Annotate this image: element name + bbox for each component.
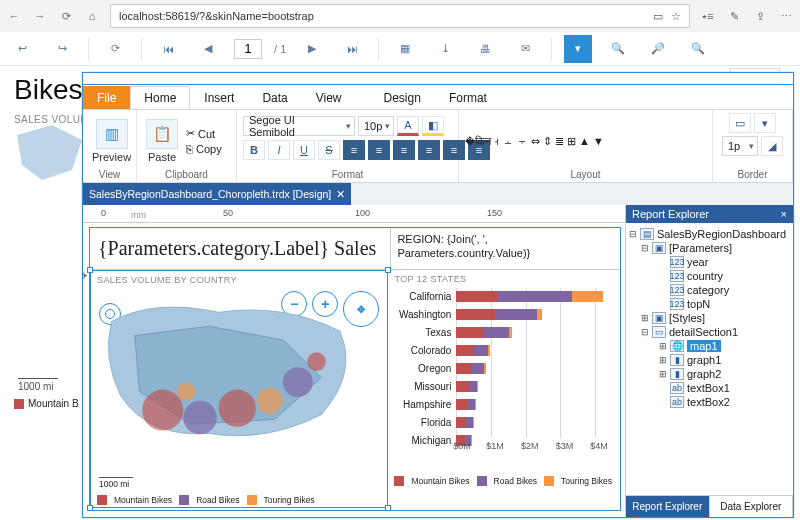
zoom-out-icon[interactable]: 🔎: [644, 35, 672, 63]
paste-icon: 📋: [146, 119, 178, 149]
strike-button[interactable]: S: [318, 140, 340, 160]
last-page-icon[interactable]: ⏭: [338, 35, 366, 63]
font-color-button[interactable]: A: [397, 116, 419, 136]
align-right-button[interactable]: ≡: [393, 140, 415, 160]
favorites-list-icon[interactable]: ⭑≡: [700, 8, 716, 24]
graph1-item[interactable]: TOP 12 STATES CaliforniaWashingtonTexasC…: [388, 270, 620, 508]
report-body[interactable]: {Parameters.category.Label} Sales REGION…: [89, 227, 621, 511]
underline-button[interactable]: U: [293, 140, 315, 160]
report-viewer-toolbar: ↩ ↪ ⟳ ⏮ ◀ / 1 ▶ ⏭ ▦ ⤓ 🖶 ✉ ▾ 🔍 🔎 🔍: [0, 32, 800, 66]
mail-icon[interactable]: ✉: [511, 35, 539, 63]
back-icon[interactable]: ←: [6, 8, 22, 24]
border-style-button[interactable]: ▭: [729, 113, 751, 133]
tab-format[interactable]: Format: [435, 86, 501, 109]
italic-button[interactable]: I: [268, 140, 290, 160]
copy-button[interactable]: ⎘Copy: [186, 143, 222, 155]
align-top-button[interactable]: ≡: [418, 140, 440, 160]
print-icon[interactable]: 🖶: [471, 35, 499, 63]
param-icon: 123: [670, 284, 684, 296]
fill-color-button[interactable]: ◧: [422, 116, 444, 136]
favorite-icon[interactable]: ☆: [671, 10, 681, 23]
horizontal-ruler: 0 mm 50 100 150: [83, 205, 625, 223]
bar-row: Hampshire: [394, 396, 614, 413]
more-icon[interactable]: ⋯: [778, 8, 794, 24]
map-legend: Mountain Bikes Road Bikes Touring Bikes: [97, 495, 315, 505]
document-tab[interactable]: SalesByRegionDashboard_Choropleth.trdx […: [83, 183, 351, 205]
bold-button[interactable]: B: [243, 140, 265, 160]
preview-button[interactable]: ▥Preview: [89, 117, 134, 165]
history-fwd-icon[interactable]: ↪: [48, 35, 76, 63]
bring-front-icon[interactable]: ▲: [579, 135, 590, 147]
border-width-select[interactable]: 1p: [722, 136, 758, 156]
viewer-refresh-icon[interactable]: ⟳: [101, 35, 129, 63]
close-doc-icon[interactable]: ✕: [336, 188, 345, 200]
bar-row: Washington: [394, 306, 614, 323]
region-textbox[interactable]: REGION: {Join(', ', Parameters.country.V…: [391, 228, 620, 269]
export-icon[interactable]: ⤓: [431, 35, 459, 63]
bar-row: Texas: [394, 324, 614, 341]
page-number-input[interactable]: [234, 39, 262, 59]
align-left-button[interactable]: ≡: [343, 140, 365, 160]
folder-icon: ▣: [652, 242, 666, 254]
next-page-icon[interactable]: ▶: [298, 35, 326, 63]
tab-data[interactable]: Data: [248, 86, 301, 109]
explorer-tree[interactable]: ⊟▤SalesByRegionDashboard ⊟▣[Parameters] …: [626, 223, 793, 495]
first-page-icon[interactable]: ⏮: [154, 35, 182, 63]
svg-point-6: [177, 382, 196, 401]
param-icon: 123: [670, 256, 684, 268]
address-bar[interactable]: localhost:58619/?&skinName=bootstrap ▭ ☆: [110, 4, 690, 28]
ribbon: ▥PreviewView 📋Paste ✂Cut ⎘Copy Clipboard…: [83, 109, 793, 183]
search-icon[interactable]: 🔍: [684, 35, 712, 63]
param-icon: 123: [670, 298, 684, 310]
close-panel-icon[interactable]: ×: [781, 208, 787, 220]
zoom-in-icon[interactable]: 🔍: [604, 35, 632, 63]
bar-row: Florida: [394, 414, 614, 431]
send-back-icon[interactable]: ▼: [593, 135, 604, 147]
report-icon: ▤: [640, 228, 654, 240]
layout-align-left-icon[interactable]: �किन: [465, 135, 491, 148]
svg-point-5: [307, 352, 326, 371]
prev-page-icon[interactable]: ◀: [194, 35, 222, 63]
report-designer-window: File Home Insert Data View Design Format…: [82, 72, 794, 518]
tab-view[interactable]: View: [302, 86, 356, 109]
cut-icon: ✂: [186, 127, 195, 140]
tab-report-explorer[interactable]: Report Explorer: [626, 496, 710, 517]
tab-design[interactable]: Design: [370, 86, 435, 109]
toggle-parameters-icon[interactable]: ▾: [564, 35, 592, 63]
bar-row: Missouri: [394, 378, 614, 395]
cut-button[interactable]: ✂Cut: [186, 127, 222, 140]
tab-insert[interactable]: Insert: [190, 86, 248, 109]
title-textbox[interactable]: {Parameters.category.Label} Sales: [90, 228, 391, 269]
chart-legend: Mountain Bikes Road Bikes Touring Bikes: [394, 476, 614, 486]
choropleth-map: [95, 289, 380, 466]
ribbon-tabs: File Home Insert Data View Design Format: [83, 85, 793, 109]
section-icon: ▭: [652, 326, 666, 338]
tab-file[interactable]: File: [83, 86, 130, 109]
border-color-button[interactable]: ◢: [761, 136, 783, 156]
refresh-icon[interactable]: ⟳: [58, 8, 74, 24]
tab-data-explorer[interactable]: Data Explorer: [710, 496, 794, 517]
share-icon[interactable]: ⇪: [752, 8, 768, 24]
move-handle-icon[interactable]: ✥: [83, 269, 87, 283]
history-back-icon[interactable]: ↩: [8, 35, 36, 63]
bg-scale: 1000 mi: [18, 378, 58, 392]
page-setup-icon[interactable]: ▦: [391, 35, 419, 63]
forward-icon[interactable]: →: [32, 8, 48, 24]
tab-home[interactable]: Home: [130, 86, 190, 109]
paste-button[interactable]: 📋Paste: [143, 117, 181, 165]
copy-icon: ⎘: [186, 143, 193, 155]
font-size-select[interactable]: 10p: [358, 116, 394, 136]
reader-icon[interactable]: ▭: [653, 10, 663, 23]
textbox-icon: ab: [670, 382, 684, 394]
url-text: localhost:58619/?&skinName=bootstrap: [119, 10, 314, 22]
map-title: SALES VOLUME BY COUNTRY: [91, 271, 387, 289]
font-name-select[interactable]: Segoe UI Semibold: [243, 116, 355, 136]
bg-legend-item: Mountain B: [14, 398, 79, 409]
map1-item[interactable]: ✥ SALES VOLUME BY COUNTRY − + ✥: [90, 270, 388, 508]
home-icon[interactable]: ⌂: [84, 8, 100, 24]
notes-icon[interactable]: ✎: [726, 8, 742, 24]
align-center-button[interactable]: ≡: [368, 140, 390, 160]
svg-point-3: [257, 388, 283, 414]
design-canvas[interactable]: 0 mm 50 100 150 {Parameters.category.Lab…: [83, 205, 625, 517]
graph-icon: ▮: [670, 354, 684, 366]
